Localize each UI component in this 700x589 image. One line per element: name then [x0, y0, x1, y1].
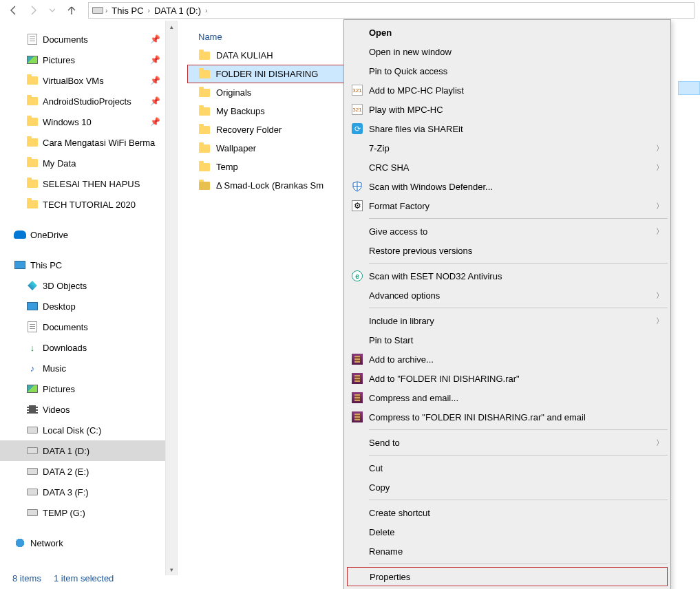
- tree-item-label: TEMP (G:): [43, 508, 85, 518]
- chevron-right-icon: 〉: [656, 162, 664, 173]
- menu-item[interactable]: Cut: [346, 458, 669, 478]
- tree-item[interactable]: Documents📌: [0, 29, 177, 50]
- file-item-label: Recovery Folder: [216, 125, 282, 135]
- pin-icon: 📌: [150, 117, 160, 127]
- scroll-down-icon[interactable]: ▾: [166, 564, 178, 575]
- breadcrumb-thispc[interactable]: This PC: [109, 6, 146, 16]
- tree-item[interactable]: AndroidStudioProjects📌: [0, 91, 177, 111]
- folder-icon: [198, 180, 211, 191]
- tree-item-label: TECH TUTORIAL 2020: [43, 200, 136, 210]
- network-icon: [14, 537, 26, 548]
- forward-button[interactable]: [25, 2, 41, 19]
- menu-item[interactable]: Add to "FOLDER INI DISHARING.rar": [346, 369, 669, 388]
- drive-icon: [26, 507, 39, 518]
- menu-item[interactable]: Send to〉: [346, 433, 669, 452]
- tree-item[interactable]: Documents: [0, 317, 177, 337]
- recent-dropdown[interactable]: [44, 2, 61, 19]
- breadcrumb-drive[interactable]: DATA 1 (D:): [151, 6, 204, 16]
- tree-item[interactable]: Videos: [0, 399, 177, 420]
- tree-item[interactable]: Desktop: [0, 296, 177, 317]
- tree-item-label: Cara Mengatasi WiFi Berma: [43, 138, 155, 148]
- tree-item-label: Pictures: [43, 55, 75, 65]
- menu-item[interactable]: Properties: [347, 567, 668, 586]
- context-menu: OpenOpen in new windowPin to Quick acces…: [343, 19, 671, 589]
- menu-item[interactable]: Restore previous versions: [346, 241, 669, 260]
- menu-item[interactable]: Open in new window: [346, 42, 669, 61]
- tree-item[interactable]: VirtualBox VMs📌: [0, 70, 177, 91]
- tree-item-label: SELESAI THEN HAPUS: [43, 179, 140, 189]
- file-item-label: DATA KULIAH: [216, 50, 273, 61]
- tree-item[interactable]: ♪Music: [0, 358, 177, 378]
- menu-item[interactable]: 7-Zip〉: [346, 138, 669, 158]
- tree-item[interactable]: DATA 3 (F:): [0, 482, 177, 502]
- menu-item[interactable]: Copy: [346, 478, 669, 497]
- menu-item[interactable]: Open: [346, 23, 669, 42]
- tree-onedrive[interactable]: OneDrive: [0, 224, 177, 245]
- tree-item[interactable]: DATA 2 (E:): [0, 461, 177, 482]
- menu-separator: [369, 308, 668, 308]
- tree-item[interactable]: TEMP (G:): [0, 502, 177, 523]
- menu-item[interactable]: Scan with Windows Defender...: [346, 177, 669, 196]
- tree-item[interactable]: Pictures📌: [0, 50, 177, 70]
- menu-item[interactable]: Pin to Start: [346, 330, 669, 350]
- tree-item[interactable]: Windows 10📌: [0, 111, 177, 132]
- tree-item[interactable]: My Data: [0, 153, 177, 173]
- rar-icon: [348, 373, 366, 384]
- menu-item-label: Scan with Windows Defender...: [369, 182, 664, 192]
- up-button[interactable]: [63, 2, 80, 19]
- menu-item-label: Delete: [369, 527, 664, 537]
- chevron-right-icon[interactable]: ›: [104, 7, 109, 14]
- menu-item-label: Rename: [369, 546, 664, 557]
- menu-item[interactable]: 321Play with MPC-HC: [346, 100, 669, 119]
- menu-item[interactable]: Advanced options〉: [346, 286, 669, 305]
- menu-item-label: Share files via SHAREit: [369, 124, 664, 134]
- chevron-right-icon[interactable]: ›: [204, 7, 209, 14]
- tree-item[interactable]: 3D Objects: [0, 275, 177, 296]
- back-button[interactable]: [6, 2, 22, 19]
- menu-item[interactable]: eScan with ESET NOD32 Antivirus: [346, 266, 669, 286]
- menu-item[interactable]: Include in library〉: [346, 311, 669, 330]
- selection-strip: [678, 81, 700, 95]
- tree-item[interactable]: DATA 1 (D:): [0, 440, 177, 461]
- tree-thispc[interactable]: This PC: [0, 255, 177, 275]
- tree-item[interactable]: TECH TUTORIAL 2020: [0, 194, 177, 215]
- shareit-icon: ⟳: [348, 123, 366, 134]
- tree-item[interactable]: Cara Mengatasi WiFi Berma: [0, 132, 177, 153]
- menu-item[interactable]: 321Add to MPC-HC Playlist: [346, 81, 669, 100]
- eset-icon: e: [348, 270, 366, 281]
- tree-scrollbar[interactable]: ▴ ▾: [165, 21, 177, 575]
- folder-icon: [198, 125, 211, 136]
- menu-item[interactable]: Create shortcut: [346, 503, 669, 522]
- tree-item-label: Local Disk (C:): [43, 425, 101, 436]
- menu-item[interactable]: Compress to "FOLDER INI DISHARING.rar" a…: [346, 407, 669, 427]
- menu-item[interactable]: ⚙Format Factory〉: [346, 196, 669, 215]
- tree-network[interactable]: Network: [0, 533, 177, 553]
- menu-item[interactable]: Rename: [346, 542, 669, 561]
- tree-item[interactable]: SELESAI THEN HAPUS: [0, 173, 177, 194]
- address-bar[interactable]: › This PC › DATA 1 (D:) ›: [88, 2, 694, 19]
- menu-item[interactable]: Give access to〉: [346, 222, 669, 241]
- folder-icon: [26, 178, 39, 189]
- drive-icon: [92, 5, 104, 16]
- music-icon: ♪: [26, 363, 39, 374]
- menu-separator: [369, 263, 668, 264]
- menu-item[interactable]: Add to archive...: [346, 350, 669, 369]
- tree-item[interactable]: ↓Downloads: [0, 337, 177, 358]
- menu-item[interactable]: Delete: [346, 522, 669, 542]
- tree-item-label: Documents: [43, 34, 88, 45]
- tree-item[interactable]: Pictures: [0, 378, 177, 399]
- folder-icon: [26, 75, 39, 86]
- menu-item-label: Compress to "FOLDER INI DISHARING.rar" a…: [369, 412, 664, 422]
- menu-item[interactable]: CRC SHA〉: [346, 158, 669, 177]
- menu-item[interactable]: Compress and email...: [346, 388, 669, 407]
- chevron-right-icon[interactable]: ›: [147, 7, 151, 14]
- file-item[interactable]: FOLDER INI DISHARING: [187, 65, 356, 83]
- scroll-up-icon[interactable]: ▴: [166, 21, 178, 32]
- rar-icon: [348, 392, 366, 403]
- ff-icon: ⚙: [348, 200, 366, 211]
- menu-item[interactable]: Pin to Quick access: [346, 61, 669, 81]
- menu-item[interactable]: ⟳Share files via SHAREit: [346, 119, 669, 138]
- menu-item-label: Format Factory: [369, 201, 656, 211]
- tree-item[interactable]: Local Disk (C:): [0, 420, 177, 440]
- menu-item-label: Pin to Quick access: [369, 66, 664, 76]
